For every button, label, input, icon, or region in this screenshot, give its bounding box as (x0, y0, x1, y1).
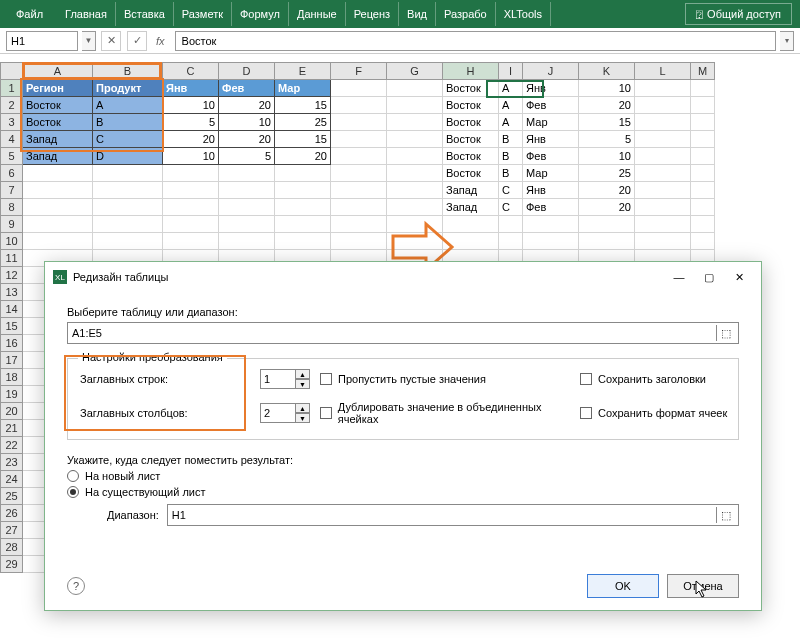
cell[interactable] (275, 216, 331, 233)
cell[interactable]: Мар (275, 80, 331, 97)
row-header[interactable]: 24 (1, 471, 23, 488)
cell[interactable] (691, 80, 715, 97)
cell[interactable] (443, 233, 499, 250)
cell[interactable] (635, 165, 691, 182)
cell[interactable]: Восток (443, 80, 499, 97)
cell[interactable]: Восток (23, 97, 93, 114)
range-picker-icon[interactable]: ⬚ (716, 507, 734, 523)
cell[interactable] (163, 233, 219, 250)
row-header[interactable]: 18 (1, 369, 23, 386)
accept-formula-icon[interactable]: ✓ (127, 31, 147, 51)
cell[interactable]: Восток (443, 97, 499, 114)
ribbon-tab-Вид[interactable]: Вид (399, 2, 436, 26)
cell[interactable]: 15 (275, 131, 331, 148)
cell[interactable] (635, 148, 691, 165)
cell[interactable] (691, 182, 715, 199)
cell[interactable] (23, 199, 93, 216)
cell[interactable] (331, 131, 387, 148)
cell[interactable] (691, 199, 715, 216)
col-header[interactable]: F (331, 63, 387, 80)
row-header[interactable]: 1 (1, 80, 23, 97)
cell[interactable] (23, 182, 93, 199)
cell[interactable]: 5 (163, 114, 219, 131)
cell[interactable] (331, 216, 387, 233)
cell[interactable] (499, 216, 523, 233)
col-header[interactable]: G (387, 63, 443, 80)
cell[interactable]: 15 (275, 97, 331, 114)
row-header[interactable]: 25 (1, 488, 23, 505)
row-header[interactable]: 13 (1, 284, 23, 301)
row-header[interactable]: 16 (1, 335, 23, 352)
cell[interactable]: A (499, 97, 523, 114)
cell[interactable]: 10 (579, 148, 635, 165)
name-box-dropdown[interactable]: ▼ (82, 31, 96, 51)
minimize-icon[interactable]: — (665, 266, 693, 288)
col-header[interactable]: I (499, 63, 523, 80)
cell[interactable] (443, 216, 499, 233)
share-button[interactable]: ⍰Общий доступ (685, 3, 792, 25)
col-header[interactable]: K (579, 63, 635, 80)
row-header[interactable]: 2 (1, 97, 23, 114)
maximize-icon[interactable]: ▢ (695, 266, 723, 288)
col-header[interactable]: C (163, 63, 219, 80)
cell[interactable] (523, 216, 579, 233)
cell[interactable]: 15 (579, 114, 635, 131)
col-header[interactable]: A (23, 63, 93, 80)
cell[interactable] (387, 182, 443, 199)
cell[interactable] (499, 233, 523, 250)
cell[interactable]: Восток (443, 148, 499, 165)
ribbon-tab-XLTools[interactable]: XLTools (496, 2, 551, 26)
ribbon-tab-Формул[interactable]: Формул (232, 2, 289, 26)
cell[interactable]: 25 (579, 165, 635, 182)
cell[interactable] (387, 216, 443, 233)
cell[interactable]: Янв (163, 80, 219, 97)
ribbon-tab-Разрабо[interactable]: Разрабо (436, 2, 496, 26)
cell[interactable] (331, 182, 387, 199)
cell[interactable]: Фев (219, 80, 275, 97)
cell[interactable] (23, 165, 93, 182)
row-header[interactable]: 22 (1, 437, 23, 454)
ribbon-tab-Вставка[interactable]: Вставка (116, 2, 174, 26)
cell[interactable]: Янв (523, 80, 579, 97)
cell[interactable]: C (93, 131, 163, 148)
cell[interactable]: Восток (443, 165, 499, 182)
cancel-button[interactable]: Отмена (667, 574, 739, 598)
cell[interactable] (691, 216, 715, 233)
row-header[interactable]: 10 (1, 233, 23, 250)
cell[interactable] (163, 165, 219, 182)
cell[interactable] (635, 216, 691, 233)
col-header[interactable]: J (523, 63, 579, 80)
row-header[interactable]: 27 (1, 522, 23, 539)
cell[interactable] (331, 199, 387, 216)
row-header[interactable]: 19 (1, 386, 23, 403)
col-header[interactable]: D (219, 63, 275, 80)
row-header[interactable]: 26 (1, 505, 23, 522)
cell[interactable]: 20 (219, 131, 275, 148)
cell[interactable] (219, 199, 275, 216)
row-header[interactable]: 5 (1, 148, 23, 165)
cell[interactable] (275, 199, 331, 216)
cell[interactable] (387, 114, 443, 131)
cell[interactable] (219, 216, 275, 233)
row-header[interactable]: 4 (1, 131, 23, 148)
cell[interactable] (23, 233, 93, 250)
ribbon-tab-Файл[interactable]: Файл (8, 2, 51, 26)
row-header[interactable]: 14 (1, 301, 23, 318)
cell[interactable]: B (499, 148, 523, 165)
spin-up-icon[interactable]: ▲ (296, 403, 310, 413)
cell[interactable] (93, 233, 163, 250)
cell[interactable] (331, 165, 387, 182)
cell[interactable]: 5 (219, 148, 275, 165)
cell[interactable]: 20 (579, 97, 635, 114)
cell[interactable] (579, 216, 635, 233)
ribbon-tab-Реценз[interactable]: Реценз (346, 2, 399, 26)
dest-range-input[interactable]: ⬚ (167, 504, 739, 526)
cell[interactable]: Запад (23, 148, 93, 165)
radio-new-sheet[interactable]: На новый лист (67, 470, 739, 482)
cell[interactable] (691, 233, 715, 250)
skip-empty-checkbox[interactable]: Пропустить пустые значения (320, 373, 580, 385)
row-header[interactable]: 3 (1, 114, 23, 131)
cell[interactable] (635, 182, 691, 199)
cell[interactable] (93, 165, 163, 182)
cell[interactable]: 20 (275, 148, 331, 165)
